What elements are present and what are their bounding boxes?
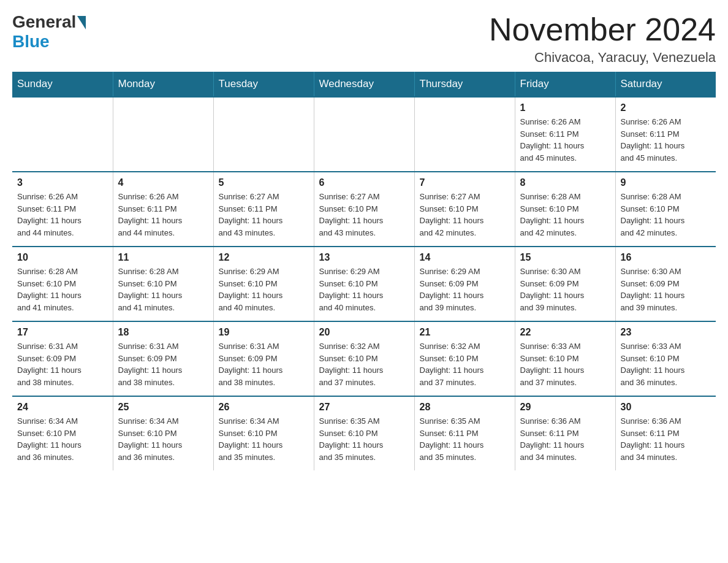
logo-text: General (12, 12, 86, 32)
day-info: Sunrise: 6:31 AM Sunset: 6:09 PM Dayligh… (219, 340, 309, 388)
calendar-cell: 18Sunrise: 6:31 AM Sunset: 6:09 PM Dayli… (113, 321, 213, 396)
day-info: Sunrise: 6:31 AM Sunset: 6:09 PM Dayligh… (17, 340, 108, 388)
calendar-cell: 25Sunrise: 6:34 AM Sunset: 6:10 PM Dayli… (113, 396, 213, 470)
day-number: 3 (17, 177, 108, 188)
week-row-3: 10Sunrise: 6:28 AM Sunset: 6:10 PM Dayli… (12, 247, 716, 321)
day-info: Sunrise: 6:26 AM Sunset: 6:11 PM Dayligh… (520, 116, 610, 164)
day-number: 10 (17, 252, 108, 263)
calendar-cell: 23Sunrise: 6:33 AM Sunset: 6:10 PM Dayli… (615, 321, 716, 396)
day-info: Sunrise: 6:26 AM Sunset: 6:11 PM Dayligh… (621, 116, 711, 164)
day-info: Sunrise: 6:28 AM Sunset: 6:10 PM Dayligh… (17, 266, 108, 313)
day-number: 11 (118, 252, 208, 263)
day-number: 19 (219, 327, 309, 338)
month-title: November 2024 (489, 12, 716, 47)
day-number: 24 (17, 402, 108, 413)
day-info: Sunrise: 6:35 AM Sunset: 6:11 PM Dayligh… (420, 415, 510, 463)
calendar-body: 1Sunrise: 6:26 AM Sunset: 6:11 PM Daylig… (12, 97, 716, 470)
header-cell-monday: Monday (113, 72, 213, 97)
day-info: Sunrise: 6:33 AM Sunset: 6:10 PM Dayligh… (621, 340, 711, 388)
calendar-cell: 16Sunrise: 6:30 AM Sunset: 6:09 PM Dayli… (615, 247, 716, 321)
day-number: 18 (118, 327, 208, 338)
header-cell-tuesday: Tuesday (213, 72, 314, 97)
day-info: Sunrise: 6:36 AM Sunset: 6:11 PM Dayligh… (520, 415, 610, 463)
day-number: 29 (520, 402, 610, 413)
logo-general-text: General (12, 12, 76, 32)
week-row-4: 17Sunrise: 6:31 AM Sunset: 6:09 PM Dayli… (12, 321, 716, 396)
header-cell-wednesday: Wednesday (314, 72, 414, 97)
logo-blue-text: Blue (12, 32, 50, 52)
day-info: Sunrise: 6:26 AM Sunset: 6:11 PM Dayligh… (17, 191, 108, 239)
day-info: Sunrise: 6:29 AM Sunset: 6:09 PM Dayligh… (420, 266, 510, 313)
calendar-cell: 19Sunrise: 6:31 AM Sunset: 6:09 PM Dayli… (213, 321, 314, 396)
calendar-cell: 30Sunrise: 6:36 AM Sunset: 6:11 PM Dayli… (615, 396, 716, 470)
day-number: 2 (621, 102, 711, 113)
day-number: 30 (621, 402, 711, 413)
day-number: 16 (621, 252, 711, 263)
day-number: 5 (219, 177, 309, 188)
calendar-cell (414, 97, 515, 172)
day-info: Sunrise: 6:32 AM Sunset: 6:10 PM Dayligh… (319, 340, 409, 388)
calendar-cell (213, 97, 314, 172)
day-info: Sunrise: 6:34 AM Sunset: 6:10 PM Dayligh… (17, 415, 108, 463)
day-info: Sunrise: 6:28 AM Sunset: 6:10 PM Dayligh… (621, 191, 711, 239)
calendar-cell: 10Sunrise: 6:28 AM Sunset: 6:10 PM Dayli… (12, 247, 113, 321)
calendar-cell (314, 97, 414, 172)
day-info: Sunrise: 6:27 AM Sunset: 6:10 PM Dayligh… (420, 191, 510, 239)
day-info: Sunrise: 6:28 AM Sunset: 6:10 PM Dayligh… (118, 266, 208, 313)
calendar-cell (12, 97, 113, 172)
calendar-cell: 20Sunrise: 6:32 AM Sunset: 6:10 PM Dayli… (314, 321, 414, 396)
day-number: 1 (520, 102, 610, 113)
day-number: 25 (118, 402, 208, 413)
day-info: Sunrise: 6:31 AM Sunset: 6:09 PM Dayligh… (118, 340, 208, 388)
calendar-cell: 12Sunrise: 6:29 AM Sunset: 6:10 PM Dayli… (213, 247, 314, 321)
day-info: Sunrise: 6:35 AM Sunset: 6:10 PM Dayligh… (319, 415, 409, 463)
calendar-cell (113, 97, 213, 172)
calendar-cell: 9Sunrise: 6:28 AM Sunset: 6:10 PM Daylig… (615, 172, 716, 247)
day-info: Sunrise: 6:34 AM Sunset: 6:10 PM Dayligh… (219, 415, 309, 463)
calendar-cell: 14Sunrise: 6:29 AM Sunset: 6:09 PM Dayli… (414, 247, 515, 321)
day-number: 6 (319, 177, 409, 188)
calendar-cell: 27Sunrise: 6:35 AM Sunset: 6:10 PM Dayli… (314, 396, 414, 470)
day-info: Sunrise: 6:28 AM Sunset: 6:10 PM Dayligh… (520, 191, 610, 239)
calendar-cell: 13Sunrise: 6:29 AM Sunset: 6:10 PM Dayli… (314, 247, 414, 321)
calendar-cell: 8Sunrise: 6:28 AM Sunset: 6:10 PM Daylig… (515, 172, 615, 247)
day-info: Sunrise: 6:32 AM Sunset: 6:10 PM Dayligh… (420, 340, 510, 388)
calendar-cell: 5Sunrise: 6:27 AM Sunset: 6:11 PM Daylig… (213, 172, 314, 247)
calendar-cell: 1Sunrise: 6:26 AM Sunset: 6:11 PM Daylig… (515, 97, 615, 172)
day-number: 9 (621, 177, 711, 188)
calendar-cell: 7Sunrise: 6:27 AM Sunset: 6:10 PM Daylig… (414, 172, 515, 247)
day-info: Sunrise: 6:27 AM Sunset: 6:11 PM Dayligh… (219, 191, 309, 239)
day-number: 27 (319, 402, 409, 413)
day-number: 14 (420, 252, 510, 263)
day-number: 13 (319, 252, 409, 263)
day-info: Sunrise: 6:36 AM Sunset: 6:11 PM Dayligh… (621, 415, 711, 463)
day-info: Sunrise: 6:29 AM Sunset: 6:10 PM Dayligh… (219, 266, 309, 313)
day-number: 12 (219, 252, 309, 263)
calendar-cell: 28Sunrise: 6:35 AM Sunset: 6:11 PM Dayli… (414, 396, 515, 470)
day-number: 15 (520, 252, 610, 263)
header-row: SundayMondayTuesdayWednesdayThursdayFrid… (12, 72, 716, 97)
logo: General Blue (12, 12, 86, 52)
logo-arrow-icon (77, 16, 86, 29)
header-cell-thursday: Thursday (414, 72, 515, 97)
day-info: Sunrise: 6:34 AM Sunset: 6:10 PM Dayligh… (118, 415, 208, 463)
day-info: Sunrise: 6:26 AM Sunset: 6:11 PM Dayligh… (118, 191, 208, 239)
week-row-2: 3Sunrise: 6:26 AM Sunset: 6:11 PM Daylig… (12, 172, 716, 247)
calendar-cell: 24Sunrise: 6:34 AM Sunset: 6:10 PM Dayli… (12, 396, 113, 470)
calendar-cell: 15Sunrise: 6:30 AM Sunset: 6:09 PM Dayli… (515, 247, 615, 321)
day-number: 20 (319, 327, 409, 338)
calendar-header: SundayMondayTuesdayWednesdayThursdayFrid… (12, 72, 716, 97)
calendar-cell: 6Sunrise: 6:27 AM Sunset: 6:10 PM Daylig… (314, 172, 414, 247)
calendar-cell: 3Sunrise: 6:26 AM Sunset: 6:11 PM Daylig… (12, 172, 113, 247)
calendar-cell: 4Sunrise: 6:26 AM Sunset: 6:11 PM Daylig… (113, 172, 213, 247)
day-number: 8 (520, 177, 610, 188)
day-number: 4 (118, 177, 208, 188)
calendar-cell: 26Sunrise: 6:34 AM Sunset: 6:10 PM Dayli… (213, 396, 314, 470)
header-cell-friday: Friday (515, 72, 615, 97)
calendar-cell: 2Sunrise: 6:26 AM Sunset: 6:11 PM Daylig… (615, 97, 716, 172)
page-header: General Blue November 2024 Chivacoa, Yar… (12, 12, 716, 66)
day-number: 22 (520, 327, 610, 338)
calendar-table: SundayMondayTuesdayWednesdayThursdayFrid… (12, 72, 716, 470)
calendar-cell: 21Sunrise: 6:32 AM Sunset: 6:10 PM Dayli… (414, 321, 515, 396)
header-cell-sunday: Sunday (12, 72, 113, 97)
